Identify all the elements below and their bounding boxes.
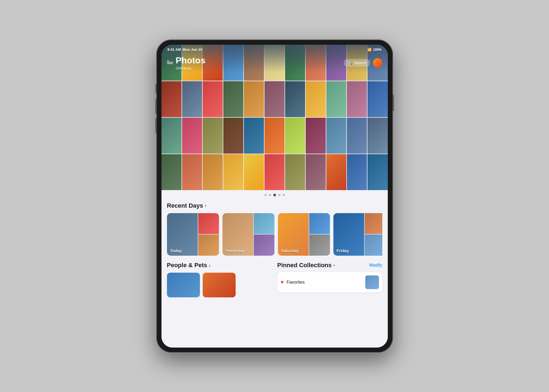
person-card[interactable] [203, 273, 236, 297]
app-header: Photos 264 Items 🔍 Search [161, 55, 388, 71]
grid-photo[interactable] [182, 118, 202, 154]
days-row: Today Yesterday [167, 213, 382, 257]
pinned-collections-header: Pinned Collections › Modify [277, 262, 382, 269]
grid-photo[interactable] [347, 154, 367, 190]
day-small-photo [309, 213, 330, 234]
grid-photo[interactable] [244, 81, 264, 117]
power-button [393, 95, 394, 111]
day-small-photo [254, 235, 274, 256]
grid-photo[interactable] [161, 81, 182, 117]
status-right: 📶 100% [367, 48, 382, 52]
grid-photo[interactable] [203, 118, 223, 154]
dot-2[interactable] [269, 194, 271, 196]
person-photo [203, 273, 236, 297]
day-card-today[interactable]: Today [167, 213, 219, 256]
date-display: Mon Jun 10 [183, 47, 202, 52]
screen: 9:41 AM Mon Jun 10 📶 100% Photos 264 Ite… [161, 45, 388, 348]
person-card[interactable] [167, 273, 200, 297]
grid-photo[interactable] [223, 154, 243, 190]
bottom-row: People & Pets › [167, 262, 382, 297]
pinned-collections-title: Pinned Collections › [277, 262, 335, 269]
people-row [167, 273, 272, 297]
status-left: 9:41 AM Mon Jun 10 [168, 47, 202, 52]
modify-link[interactable]: Modify [369, 263, 382, 268]
people-pets-chevron[interactable]: › [209, 263, 210, 268]
grid-photo[interactable] [264, 154, 285, 190]
dot-4[interactable] [278, 194, 280, 196]
favorites-card[interactable]: ♥ Favorites [277, 272, 382, 292]
day-card-yesterday[interactable]: Yesterday [222, 213, 275, 256]
ipad-device: 9:41 AM Mon Jun 10 📶 100% Photos 264 Ite… [157, 40, 393, 352]
day-label-friday: Friday [337, 248, 349, 253]
grid-photo[interactable] [367, 81, 388, 117]
day-small-photo [309, 235, 330, 256]
grid-photo[interactable] [306, 81, 326, 117]
grid-photo[interactable] [182, 154, 202, 190]
grid-photo[interactable] [161, 118, 182, 154]
grid-photo[interactable] [285, 118, 305, 154]
pinned-collections-section: Pinned Collections › Modify ♥ Favorites [277, 262, 382, 297]
dot-5[interactable] [283, 194, 285, 196]
user-avatar[interactable] [373, 58, 382, 67]
grid-photo[interactable] [347, 118, 367, 154]
time-display: 9:41 AM [168, 47, 181, 52]
battery-display: 100% [373, 48, 382, 52]
favorites-thumbnail [365, 275, 379, 289]
grid-photo[interactable] [326, 81, 346, 117]
people-pets-title: People & Pets › [167, 262, 211, 269]
status-bar: 9:41 AM Mon Jun 10 📶 100% [161, 45, 388, 55]
dot-3-active[interactable] [273, 194, 276, 196]
content-section: Recent Days › Today [161, 198, 388, 348]
grid-photo[interactable] [244, 154, 264, 190]
grid-photo[interactable] [161, 154, 182, 190]
people-pets-section: People & Pets › [167, 262, 272, 297]
favorites-heart-icon: ♥ [281, 279, 284, 285]
grid-photo[interactable] [306, 154, 326, 190]
day-small-photo [365, 213, 382, 234]
day-small-photo [198, 213, 219, 234]
grid-photo[interactable] [285, 154, 305, 190]
grid-photo[interactable] [367, 154, 388, 190]
grid-photo[interactable] [347, 81, 367, 117]
day-label-today: Today [170, 248, 182, 253]
grid-photo[interactable] [182, 81, 202, 117]
person-photo [167, 273, 200, 297]
title-group: Photos 264 Items [176, 55, 205, 70]
volume-down-button [155, 99, 157, 114]
favorites-label: Favorites [286, 280, 305, 285]
items-count: 264 Items [176, 66, 205, 70]
day-small-photo [365, 235, 382, 256]
search-icon: 🔍 [348, 61, 352, 65]
grid-photo[interactable] [306, 118, 326, 154]
volume-up-button [155, 84, 157, 93]
day-label-yesterday: Yesterday [226, 248, 245, 253]
day-small-photo [198, 235, 219, 256]
silent-switch [155, 118, 157, 133]
grid-photo[interactable] [203, 81, 223, 117]
header-right: 🔍 Search [344, 58, 382, 67]
people-pets-header: People & Pets › [167, 262, 272, 269]
recent-days-title: Recent Days [167, 202, 203, 209]
grid-photo[interactable] [223, 81, 243, 117]
recent-days-chevron[interactable]: › [205, 203, 207, 208]
day-card-friday[interactable]: Friday [333, 213, 382, 256]
app-title: Photos [176, 55, 205, 66]
grid-photo[interactable] [326, 118, 346, 154]
dot-1[interactable] [264, 194, 267, 196]
grid-photo[interactable] [223, 118, 243, 154]
day-label-saturday: Saturday [281, 248, 299, 253]
recent-days-header: Recent Days › [167, 202, 382, 209]
sidebar-toggle-icon[interactable] [167, 61, 173, 65]
day-card-saturday[interactable]: Saturday [278, 213, 330, 256]
day-small-photo [254, 213, 274, 234]
grid-photo[interactable] [264, 81, 285, 117]
wifi-icon: 📶 [367, 48, 372, 52]
grid-photo[interactable] [326, 154, 346, 190]
grid-photo[interactable] [285, 81, 305, 117]
search-bar[interactable]: 🔍 Search [344, 59, 370, 67]
grid-photo[interactable] [244, 118, 264, 154]
pinned-collections-chevron[interactable]: › [333, 262, 335, 268]
grid-photo[interactable] [203, 154, 223, 190]
grid-photo[interactable] [367, 118, 388, 154]
grid-photo[interactable] [264, 118, 285, 154]
